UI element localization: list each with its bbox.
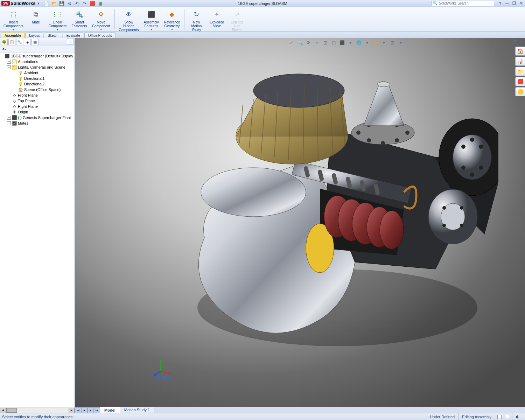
redo-icon[interactable]: ↷ <box>82 1 88 6</box>
taskpane-tab-3[interactable]: 🟥 <box>515 77 525 86</box>
ribbon-linear-button[interactable]: ⋮⋮ LinearComponent ▼ <box>47 8 68 31</box>
status-indicator-icon[interactable]: ◐ <box>512 413 523 420</box>
ribbon-show-button[interactable]: 👁 ShowHiddenComponents <box>118 8 140 33</box>
tree-item[interactable]: 💡Directional1 <box>1 76 74 81</box>
options-icon[interactable]: ▦ <box>97 1 103 6</box>
cmd-tab-assemble[interactable]: Assemble <box>1 33 25 38</box>
print-icon[interactable]: 🖨 <box>66 1 72 6</box>
search-box[interactable]: 🔍 <box>431 1 494 6</box>
tree-expand-icon[interactable]: − <box>7 65 11 69</box>
close-icon[interactable]: ✕ <box>519 1 524 6</box>
tree-item[interactable]: −📁Lights, Cameras and Scene <box>1 64 74 70</box>
ribbon-exploded-button[interactable]: ⌖ ExplodedView <box>208 8 226 29</box>
hud-icon-4[interactable]: ◫ <box>322 40 328 46</box>
fm-tab-feature-tree-icon[interactable]: 🌳 <box>1 39 8 45</box>
cmd-tab-evaluate[interactable]: Evaluate <box>63 33 84 38</box>
status-checkbox-1[interactable] <box>497 415 502 419</box>
hud-icon-2[interactable]: ⟳ <box>305 40 312 46</box>
hud-icon-13[interactable]: ▾ <box>398 40 404 46</box>
tree-item[interactable]: +⧉Mates <box>1 120 74 126</box>
hud-icon-8[interactable]: 🌐 <box>356 40 362 46</box>
tree-expand-icon[interactable]: + <box>7 121 11 125</box>
feature-filter-bar[interactable]: ⧩▾ <box>0 46 75 52</box>
status-bar: Select entities to modify their appearan… <box>0 413 525 420</box>
tree-horizontal-scrollbar[interactable]: ◄ ► <box>0 407 75 413</box>
taskpane-tab-2[interactable]: 📁 <box>515 67 525 76</box>
viewport-maximize-icon[interactable]: ❐ <box>512 40 517 44</box>
tab-nav-next-icon[interactable]: ► <box>88 407 94 413</box>
hud-icon-11[interactable]: ▾ <box>381 40 387 46</box>
taskpane-tab-0[interactable]: 🏠 <box>515 47 525 56</box>
hud-icon-7[interactable]: ▾ <box>347 40 354 46</box>
tree-item[interactable]: +⬛(-) Genesis Supercharger Final <box>1 115 74 120</box>
tree-expand-icon[interactable]: + <box>7 116 11 120</box>
ribbon-move-button[interactable]: ✥ MoveComponent ▼ <box>91 8 112 31</box>
svg-line-12 <box>362 182 364 189</box>
ribbon-assembly-button[interactable]: ⬛ AssemblyFeatures ▼ <box>142 8 160 31</box>
save-icon[interactable]: 💾 <box>59 1 64 6</box>
ribbon-smart-button[interactable]: 🔩 SmartFasteners <box>70 8 88 29</box>
ribbon-insert-button[interactable]: ⬚ InsertComponents ▼ <box>2 8 25 31</box>
ribbon-mate-button[interactable]: ⧉ Mate <box>27 8 45 25</box>
rebuild-icon[interactable]: 🟥 <box>90 1 95 6</box>
cmd-tab-layout[interactable]: Layout <box>25 33 43 38</box>
hud-icon-5[interactable]: ⬚ <box>330 40 337 46</box>
undo-icon[interactable]: ↶ <box>74 1 80 6</box>
chevron-down-icon: ▼ <box>150 28 153 31</box>
app-logo: SW <box>1 1 10 6</box>
new-icon[interactable]: 📄 <box>43 1 49 6</box>
taskpane-tab-4[interactable]: 🟡 <box>515 87 525 96</box>
fm-tab-dimexpert-icon[interactable]: ◈ <box>24 39 31 45</box>
hud-icon-9[interactable]: ▾ <box>364 40 370 46</box>
hud-icon-3[interactable]: ⌖ <box>314 40 320 46</box>
open-icon[interactable]: 📂 <box>51 1 57 6</box>
svg-point-37 <box>479 145 483 149</box>
bottom-tab-model[interactable]: Model <box>100 407 120 413</box>
viewport-minimize-icon[interactable]: — <box>506 40 511 44</box>
collapse-tree-icon[interactable]: » <box>67 38 74 44</box>
tree-node-icon: ◇ <box>12 104 17 109</box>
title-bar: SW SolidWorks ▼ 📄 📂 💾 🖨 ↶ ↷ 🟥 ▦ 1BGE sup… <box>0 0 525 7</box>
tree-root[interactable]: ⬛ 1BGE superchager (Default<Display <box>1 53 74 59</box>
fm-tab-display-icon[interactable]: ▦ <box>31 39 38 45</box>
app-menu-dropdown[interactable]: ▼ <box>37 2 40 5</box>
tree-item[interactable]: 💡Directional2 <box>1 81 74 87</box>
minimize-icon[interactable]: — <box>505 1 510 6</box>
tab-nav-last-icon[interactable]: ⏭ <box>94 407 100 413</box>
hud-icon-1[interactable]: 🔍 <box>297 40 303 46</box>
cmd-tab-office-products[interactable]: Office Products <box>84 33 116 38</box>
tree-item-label: Lights, Cameras and Scene <box>18 65 65 69</box>
tree-item[interactable]: +📄Annotations <box>1 59 74 64</box>
graphics-viewport[interactable]: ⤢🔍⟳⌖◫⬚⬛▾🌐▾🔆▾▤▾ — ❐ ✕ 🏠📊📁🟥🟡 <box>75 38 525 413</box>
hud-icon-0[interactable]: ⤢ <box>288 40 295 46</box>
scroll-thumb[interactable] <box>6 408 17 413</box>
ribbon-new-button[interactable]: ↻ NewMotionStudy <box>187 8 205 33</box>
hud-icon-12[interactable]: ▤ <box>389 40 396 46</box>
tab-nav-first-icon[interactable]: ⏮ <box>75 407 81 413</box>
tree-item[interactable]: ◇Top Plane <box>1 98 74 104</box>
scroll-left-icon[interactable]: ◄ <box>0 408 6 413</box>
fm-tab-property-icon[interactable]: 📋 <box>8 39 15 45</box>
tab-nav-prev-icon[interactable]: ◄ <box>81 407 88 413</box>
status-checkbox-2[interactable] <box>506 415 510 419</box>
tree-item[interactable]: ◇Front Plane <box>1 92 74 98</box>
bottom-tab-motion-study-1[interactable]: Motion Study 1 <box>120 407 154 413</box>
fm-tab-config-icon[interactable]: 🔧 <box>16 39 23 45</box>
search-input[interactable] <box>439 1 492 5</box>
ribbon-reference-button[interactable]: ◆ ReferenceGeometry ▼ <box>162 8 181 31</box>
chevron-down-icon: ▼ <box>56 28 59 31</box>
hud-icon-6[interactable]: ⬛ <box>339 40 345 46</box>
ribbon-explode-button: ↗ ExplodeLineSketch <box>228 8 246 33</box>
tree-expand-icon[interactable]: + <box>7 60 11 64</box>
cmd-tab-sketch[interactable]: Sketch <box>44 33 62 38</box>
maximize-icon[interactable]: ❐ <box>512 1 517 6</box>
tree-item[interactable]: ◇Right Plane <box>1 104 74 109</box>
tree-item[interactable]: 💡Ambient <box>1 70 74 76</box>
scroll-right-icon[interactable]: ► <box>69 408 75 413</box>
hud-icon-10[interactable]: 🔆 <box>372 40 379 46</box>
viewport-close-icon[interactable]: ✕ <box>519 40 524 44</box>
tree-item[interactable]: 🏠Scene (Office Space) <box>1 87 74 92</box>
tree-item[interactable]: ✣Origin <box>1 109 74 115</box>
taskpane-tab-1[interactable]: 📊 <box>515 57 525 66</box>
help-icon[interactable]: ? <box>498 1 503 6</box>
